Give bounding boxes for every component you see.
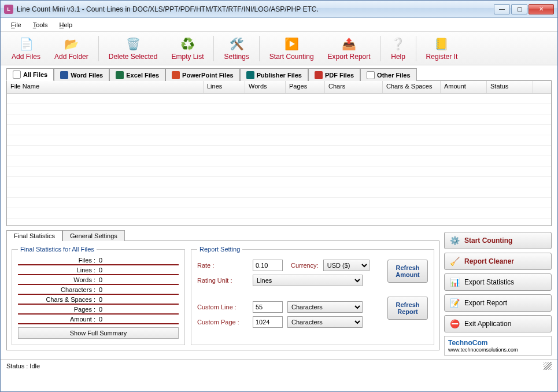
rate-label: Rate :	[197, 262, 248, 269]
excel-icon	[116, 71, 124, 79]
tab-publisher-files[interactable]: Publisher Files	[240, 68, 308, 81]
stat-characters: 0	[99, 286, 116, 293]
empty-icon: ♻️	[180, 36, 195, 51]
stats-legend: Final Statistics for All Files	[18, 246, 97, 253]
export-report-button[interactable]: 📤Export Report	[322, 33, 377, 64]
menu-file[interactable]: File	[6, 20, 26, 29]
stat-chars-spaces: 0	[99, 296, 116, 303]
file-grid: File Name Lines Words Pages Chars Chars …	[6, 80, 552, 226]
final-statistics-group: Final Statistics for All Files Files :0 …	[12, 246, 185, 345]
col-filename[interactable]: File Name	[7, 81, 204, 93]
delete-selected-button[interactable]: 🗑️Delete Selected	[102, 33, 164, 64]
export-report-action[interactable]: 📝Export Report	[444, 294, 552, 312]
word-icon	[60, 71, 68, 79]
custom-page-label: Custom Page :	[197, 319, 248, 326]
rate-input[interactable]	[253, 260, 283, 271]
subtab-final-statistics[interactable]: Final Statistics	[6, 230, 62, 241]
window-title: Line Count Mini v3.1 - Count Lines in DO…	[17, 5, 494, 13]
tab-other-files[interactable]: Other Files	[360, 68, 416, 81]
report-cleaner-action[interactable]: 🧹Report Cleaner	[444, 253, 552, 270]
file-icon	[13, 71, 21, 79]
add-files-icon: 📄	[19, 36, 34, 51]
stat-words: 0	[99, 276, 116, 283]
currency-label: Currency:	[291, 262, 319, 269]
gear-icon: ⚙️	[449, 235, 460, 246]
close-button[interactable]: ✕	[529, 4, 554, 14]
menu-help[interactable]: Help	[54, 20, 77, 29]
statusbar: Status : Idle	[1, 359, 557, 372]
export-statistics-action[interactable]: 📊Export Statistics	[444, 273, 552, 291]
grid-body[interactable]	[7, 94, 551, 225]
help-icon: ❔	[391, 36, 406, 51]
publisher-icon	[246, 71, 254, 79]
help-button[interactable]: ❔Help	[385, 33, 412, 64]
menu-tools[interactable]: Tools	[28, 20, 53, 29]
ppt-icon	[172, 71, 180, 79]
toolbar-separator	[213, 36, 214, 61]
app-icon: L	[4, 5, 13, 14]
settings-icon: 🛠️	[229, 36, 244, 51]
report-setting-group: Report Setting Rate : Currency: USD ($) …	[191, 246, 434, 345]
exit-application-action[interactable]: ⛔Exit Application	[444, 315, 552, 332]
stat-files: 0	[99, 257, 116, 264]
refresh-amount-button[interactable]: Refresh Amount	[387, 260, 428, 283]
col-amount[interactable]: Amount	[441, 81, 487, 93]
export-stats-icon: 📊	[449, 277, 460, 287]
custom-line-unit-select[interactable]: Characters	[287, 301, 363, 313]
subtab-general-settings[interactable]: General Settings	[62, 230, 125, 241]
col-lines[interactable]: Lines	[204, 81, 245, 93]
start-counting-action[interactable]: ⚙️Start Counting	[444, 232, 552, 249]
other-icon	[367, 71, 375, 79]
toolbar-separator	[380, 36, 381, 61]
toolbar-separator	[98, 36, 99, 61]
show-full-summary-button[interactable]: Show Full Summary	[18, 327, 179, 339]
custom-page-unit-select[interactable]: Characters	[287, 316, 363, 328]
register-button[interactable]: 📒Register It	[420, 33, 464, 64]
custom-line-label: Custom Line :	[197, 304, 248, 310]
grid-header: File Name Lines Words Pages Chars Chars …	[7, 81, 551, 94]
play-icon: ▶️	[284, 36, 299, 51]
stat-amount: 0	[99, 316, 116, 323]
delete-icon: 🗑️	[125, 36, 141, 51]
maximize-button[interactable]: ▢	[511, 4, 527, 14]
col-words[interactable]: Words	[245, 81, 286, 93]
register-icon: 📒	[434, 36, 449, 51]
empty-list-button[interactable]: ♻️Empty List	[165, 33, 210, 64]
add-folder-icon: 📂	[64, 36, 79, 51]
add-files-button[interactable]: 📄Add Files	[5, 33, 47, 64]
rating-unit-select[interactable]: Lines	[253, 275, 363, 286]
titlebar: L Line Count Mini v3.1 - Count Lines in …	[1, 1, 557, 18]
export-report-icon: 📝	[449, 298, 460, 308]
rating-unit-label: Rating Unit :	[197, 277, 248, 284]
status-text: Status : Idle	[6, 363, 40, 369]
currency-select[interactable]: USD ($)	[323, 260, 369, 271]
tab-pdf-files[interactable]: PDF Files	[308, 68, 360, 81]
report-legend: Report Setting	[197, 246, 242, 253]
col-chars-spaces[interactable]: Chars & Spaces	[383, 81, 441, 93]
tab-word-files[interactable]: Word Files	[54, 68, 109, 81]
refresh-report-button[interactable]: Refresh Report	[387, 297, 428, 320]
tab-excel-files[interactable]: Excel Files	[109, 68, 165, 81]
col-chars[interactable]: Chars	[325, 81, 383, 93]
broom-icon: 🧹	[449, 256, 460, 267]
action-panel: ⚙️Start Counting 🧹Report Cleaner 📊Export…	[444, 230, 552, 356]
resize-gripper[interactable]	[544, 362, 552, 370]
pdf-icon	[315, 71, 323, 79]
custom-line-input[interactable]	[253, 301, 283, 313]
custom-page-input[interactable]	[253, 316, 283, 328]
settings-button[interactable]: 🛠️Settings	[217, 33, 255, 64]
tab-powerpoint-files[interactable]: PowerPoint Files	[165, 68, 240, 81]
stat-pages: 0	[99, 306, 116, 313]
toolbar-separator	[416, 36, 416, 61]
brand-logo[interactable]: TechnoCom www.technocomsolutions.com	[444, 336, 552, 356]
file-tabs: All Files Word Files Excel Files PowerPo…	[1, 65, 557, 80]
app-window: L Line Count Mini v3.1 - Count Lines in …	[0, 0, 558, 392]
col-status[interactable]: Status	[487, 81, 533, 93]
exit-icon: ⛔	[449, 319, 460, 329]
minimize-button[interactable]: —	[494, 4, 510, 14]
toolbar: 📄Add Files 📂Add Folder 🗑️Delete Selected…	[1, 32, 557, 65]
col-pages[interactable]: Pages	[286, 81, 325, 93]
tab-all-files[interactable]: All Files	[6, 68, 54, 81]
start-counting-button[interactable]: ▶️Start Counting	[263, 33, 320, 64]
add-folder-button[interactable]: 📂Add Folder	[48, 33, 95, 64]
